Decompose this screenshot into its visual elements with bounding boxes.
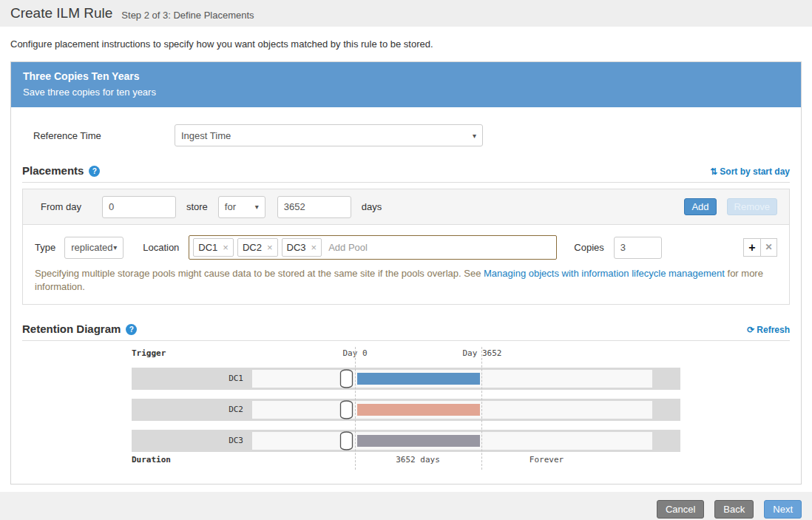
rule-banner: Three Copies Ten Years Save three copies…: [11, 62, 801, 107]
sort-icon: ⇅: [710, 166, 717, 177]
forever-label: Forever: [510, 455, 583, 465]
storage-cylinder-icon: [339, 369, 353, 388]
panel-body: Reference Time Ingest Time ▾ Placements …: [11, 107, 801, 484]
placements-heading: Placements: [22, 164, 84, 177]
storage-cylinder-icon: [339, 431, 353, 450]
cancel-button[interactable]: Cancel: [657, 500, 704, 519]
store-label: store: [186, 201, 208, 212]
next-button[interactable]: Next: [764, 500, 802, 519]
rule-name: Three Copies Ten Years: [23, 70, 789, 82]
back-button[interactable]: Back: [714, 500, 754, 519]
add-button[interactable]: Add: [684, 198, 716, 215]
rule-description: Save three copies for ten years: [23, 87, 789, 98]
pool-token-label: DC1: [198, 242, 217, 253]
ilm-rule-panel: Three Copies Ten Years Save three copies…: [10, 61, 802, 484]
store-mode-value: for: [225, 201, 236, 212]
days-label: days: [362, 201, 382, 212]
copies-input[interactable]: [614, 237, 662, 259]
refresh-link[interactable]: ⟳Refresh: [747, 325, 790, 335]
pool-token-label: DC3: [287, 242, 306, 253]
pool-token: DC2 ×: [237, 238, 278, 257]
close-icon[interactable]: ×: [311, 242, 317, 253]
page-header: Create ILM Rule Step 2 of 3: Define Plac…: [0, 0, 812, 27]
day-end-gridline: [481, 347, 482, 470]
overlap-warning: Specifying multiple storage pools might …: [23, 260, 789, 304]
ilm-docs-link[interactable]: Managing objects with information lifecy…: [484, 268, 725, 279]
type-label: Type: [35, 242, 55, 253]
remove-placement-button: ✕: [760, 238, 777, 257]
pool-token: DC1 ×: [193, 238, 234, 257]
chevron-down-icon: ▾: [113, 243, 117, 251]
duration-value: 3652 days: [381, 455, 455, 465]
store-mode-select[interactable]: for ▾: [218, 196, 265, 218]
pool-token-label: DC2: [243, 242, 262, 253]
reference-time-row: Reference Time Ingest Time ▾: [33, 124, 790, 146]
diagram-row-dc1: DC1: [132, 368, 680, 390]
day-start-gridline: [355, 347, 356, 470]
remove-button: Remove: [727, 198, 777, 215]
pool-row-label: DC1: [132, 368, 248, 390]
duration-label: Duration: [132, 455, 171, 465]
warning-text: Specifying multiple storage pools might …: [35, 268, 484, 279]
reference-time-value: Ingest Time: [181, 130, 231, 141]
type-select[interactable]: replicated ▾: [64, 237, 124, 259]
pool-row-label: DC3: [132, 430, 248, 452]
days-input[interactable]: [277, 196, 351, 218]
sort-by-start-day-link[interactable]: ⇅Sort by start day: [710, 166, 790, 177]
trigger-label: Trigger: [132, 348, 166, 358]
storage-cylinder-icon: [339, 400, 353, 419]
wizard-footer: Cancel Back Next: [0, 492, 812, 520]
help-icon[interactable]: ?: [89, 166, 100, 177]
reference-time-label: Reference Time: [33, 130, 175, 141]
retention-bar-dc3: [357, 435, 480, 447]
refresh-icon: ⟳: [747, 325, 754, 335]
from-day-label: From day: [41, 201, 81, 212]
copies-label: Copies: [574, 242, 603, 253]
wizard-step-label: Step 2 of 3: Define Placements: [121, 7, 254, 21]
pool-row-label: DC2: [132, 399, 248, 421]
reference-time-select[interactable]: Ingest Time ▾: [175, 124, 483, 146]
from-day-input[interactable]: [102, 196, 176, 218]
pool-token: DC3 ×: [282, 238, 322, 257]
chevron-down-icon: ▾: [473, 132, 476, 140]
add-pool-placeholder: Add Pool: [328, 242, 368, 253]
placements-header: Placements ? ⇅Sort by start day: [22, 164, 790, 183]
type-value: replicated: [71, 242, 112, 253]
help-icon[interactable]: ?: [126, 324, 137, 335]
storage-pool-input[interactable]: DC1 × DC2 × DC3 × Add Pool: [189, 235, 557, 260]
intro-text: Configure placement instructions to spec…: [10, 38, 802, 50]
chevron-down-icon: ▾: [255, 203, 259, 211]
placement-actions: + ✕: [743, 238, 777, 257]
placements-box: From day store for ▾ days Add Remove Typ…: [22, 189, 790, 305]
retention-bar-dc2: [357, 404, 480, 416]
page-title: Create ILM Rule: [10, 5, 112, 21]
from-day-row: From day store for ▾ days Add Remove: [23, 189, 789, 225]
placement-type-row: Type replicated ▾ Location DC1 × DC2 ×: [23, 225, 789, 260]
retention-header: Retention Diagram ? ⟳Refresh: [22, 323, 790, 341]
close-icon[interactable]: ×: [267, 242, 273, 253]
diagram-row-dc2: DC2: [132, 399, 680, 421]
retention-bar-dc1: [357, 373, 480, 385]
add-placement-button[interactable]: +: [743, 238, 760, 257]
day-end-label: Day 3652: [456, 348, 508, 358]
retention-heading: Retention Diagram: [22, 323, 121, 335]
location-label: Location: [143, 242, 179, 253]
close-icon[interactable]: ×: [223, 242, 229, 253]
retention-diagram: Trigger Day 0 Day 3652 DC1 DC2: [22, 345, 790, 473]
diagram-row-dc3: DC3: [132, 430, 680, 452]
